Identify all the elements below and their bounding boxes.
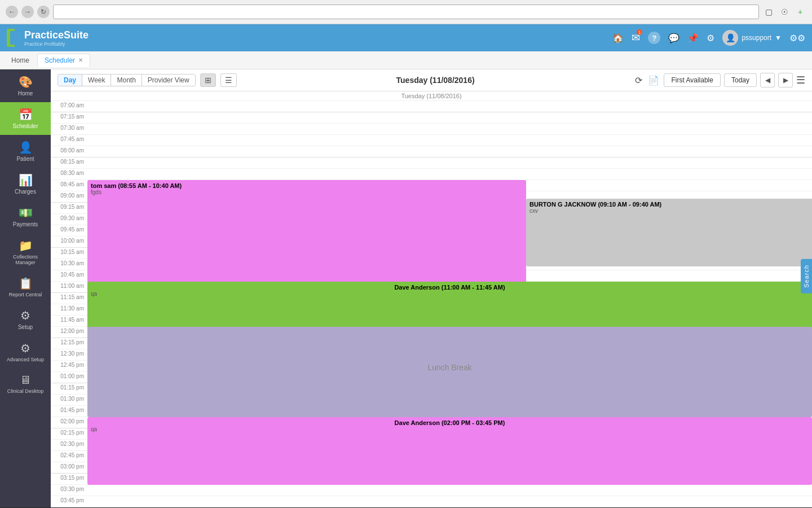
address-bar[interactable] [53, 5, 759, 19]
provider-view-button[interactable]: Provider View [142, 75, 195, 86]
help-icon[interactable]: ? [648, 32, 660, 44]
patient-icon: 👤 [19, 141, 33, 154]
time-label: 01:00 pm [51, 372, 87, 383]
refresh-icon[interactable]: ⟳ [634, 74, 643, 87]
tab-home-label: Home [11, 56, 29, 64]
time-label: 11:00 am [51, 282, 87, 292]
appointment-dave-anderson-2[interactable]: Dave Anderson (02:00 PM - 03:45 PM) qa [87, 417, 812, 485]
month-view-button[interactable]: Month [111, 75, 142, 86]
pin-icon[interactable]: 📌 [687, 33, 699, 43]
day-view-button[interactable]: Day [58, 75, 82, 86]
add-button[interactable]: + [794, 6, 806, 18]
event-area-0815[interactable] [87, 157, 812, 168]
event-area-0715[interactable] [87, 112, 812, 123]
close-icon[interactable]: ✕ [78, 57, 83, 63]
appt-sub: qa [91, 426, 809, 432]
time-label: 02:30 pm [51, 440, 87, 450]
sidebar-item-clinical-label: Clinical Desktop [7, 388, 44, 394]
mail-icon[interactable]: ✉ 1 [632, 32, 640, 44]
tab-scheduler[interactable]: Scheduler ✕ [37, 54, 90, 67]
menu-button[interactable]: ☰ [796, 74, 805, 86]
time-label: 09:30 am [51, 214, 87, 225]
settings-icon[interactable]: ⚙ [707, 33, 714, 43]
time-label: 10:00 am [51, 237, 87, 247]
home-sidebar-icon: 🎨 [19, 75, 33, 89]
time-label: 02:15 pm [51, 428, 87, 439]
header-icons: 🏠 ✉ 1 ? 💬 📌 ⚙ 👤 pssupport ▼ ⚙⚙ [612, 30, 805, 46]
time-label: 11:30 am [51, 304, 87, 315]
prev-button[interactable]: ◀ [760, 73, 775, 87]
sidebar-item-advanced[interactable]: ⚙ Advanced Setup [0, 336, 51, 368]
sidebar-item-payments-label: Payments [13, 221, 38, 227]
time-label: 08:45 am [51, 180, 87, 191]
first-available-button[interactable]: First Available [664, 73, 720, 87]
chat-icon[interactable]: 💬 [668, 33, 679, 43]
sidebar-item-scheduler[interactable]: 📅 Scheduler [0, 102, 51, 135]
username: pssupport [742, 34, 771, 42]
home-icon[interactable]: 🏠 [612, 33, 624, 43]
time-label: 12:00 pm [51, 327, 87, 338]
view-btn-group: Day Week Month Provider View [58, 74, 196, 86]
event-area-0745[interactable] [87, 135, 812, 146]
date-subtitle: Tuesday (11/08/2016) [51, 91, 812, 101]
sidebar-item-charges[interactable]: 📊 Charges [0, 168, 51, 200]
logo-area: PracticeSuite Practice Profitably [7, 29, 89, 47]
tab-home[interactable]: Home [5, 54, 36, 67]
event-area-0800[interactable] [87, 146, 812, 157]
time-label: 02:45 pm [51, 451, 87, 462]
list-view-button[interactable]: ☰ [220, 73, 237, 87]
sidebar-item-payments[interactable]: 💵 Payments [0, 200, 51, 233]
today-button[interactable]: Today [724, 73, 757, 87]
event-area-0830[interactable] [87, 169, 812, 179]
time-label: 12:30 pm [51, 349, 87, 360]
time-label: 03:15 pm [51, 474, 87, 484]
grid-view-button[interactable]: ⊞ [200, 73, 216, 87]
event-area-0730[interactable] [87, 124, 812, 134]
pdf-icon[interactable]: 📄 [647, 74, 660, 87]
sidebar-item-home[interactable]: 🎨 Home [0, 69, 51, 102]
time-row: 07:45 am [51, 135, 812, 146]
time-label: 12:45 pm [51, 361, 87, 371]
sidebar-item-charges-label: Charges [15, 189, 36, 195]
time-label: 02:00 pm [51, 417, 87, 428]
time-row: 08:00 am [51, 146, 812, 157]
next-button[interactable]: ▶ [778, 73, 793, 87]
top-header: PracticeSuite Practice Profitably 🏠 ✉ 1 … [0, 24, 812, 51]
time-grid: 07:00 am 07:15 am 07:30 am 07:45 am [51, 101, 812, 507]
appointment-burton[interactable]: BURTON G JACKNOW (09:10 AM - 09:40 AM) c… [526, 199, 812, 266]
time-label: 09:15 am [51, 203, 87, 213]
sidebar-item-reports[interactable]: 📋 Report Central [0, 271, 51, 303]
forward-button[interactable]: → [21, 6, 34, 18]
sidebar-item-clinical[interactable]: 🖥 Clinical Desktop [0, 368, 51, 400]
time-row: 03:45 pm [51, 496, 812, 507]
config-icon[interactable]: ⚙⚙ [789, 33, 805, 43]
appt-sub: cxv [529, 208, 812, 214]
time-label: 01:30 pm [51, 395, 87, 405]
sidebar-item-patient[interactable]: 👤 Patient [0, 135, 51, 168]
sidebar-item-collections[interactable]: 📁 Collections Manager [0, 233, 51, 271]
week-view-button[interactable]: Week [82, 75, 111, 86]
event-area-0700[interactable] [87, 101, 812, 112]
time-row: 07:30 am [51, 124, 812, 135]
time-label: 08:00 am [51, 146, 87, 157]
time-grid-wrapper[interactable]: 07:00 am 07:15 am 07:30 am 07:45 am [51, 101, 812, 507]
logo-subtitle: Practice Profitably [24, 41, 89, 47]
time-label: 07:00 am [51, 101, 87, 112]
shield-button[interactable]: ☉ [778, 6, 791, 18]
appointment-lunch-break[interactable]: Lunch Break [87, 327, 812, 417]
time-label: 03:45 pm [51, 496, 87, 507]
back-button[interactable]: ← [6, 6, 18, 18]
sidebar-item-setup[interactable]: ⚙ Setup [0, 303, 51, 336]
event-area-1530[interactable] [87, 485, 812, 496]
setup-icon: ⚙ [20, 309, 30, 322]
user-area[interactable]: 👤 pssupport ▼ [722, 30, 782, 46]
time-row: 07:00 am [51, 101, 812, 112]
extensions-button[interactable]: ▢ [762, 6, 775, 18]
appt-sub: fgds [91, 189, 523, 195]
refresh-button[interactable]: ↻ [37, 6, 50, 18]
search-tab[interactable]: Search [801, 259, 812, 294]
avatar: 👤 [722, 30, 738, 46]
sidebar-item-scheduler-label: Scheduler [12, 123, 38, 129]
event-area-1545[interactable] [87, 496, 812, 507]
sidebar-item-advanced-label: Advanced Setup [7, 357, 44, 362]
